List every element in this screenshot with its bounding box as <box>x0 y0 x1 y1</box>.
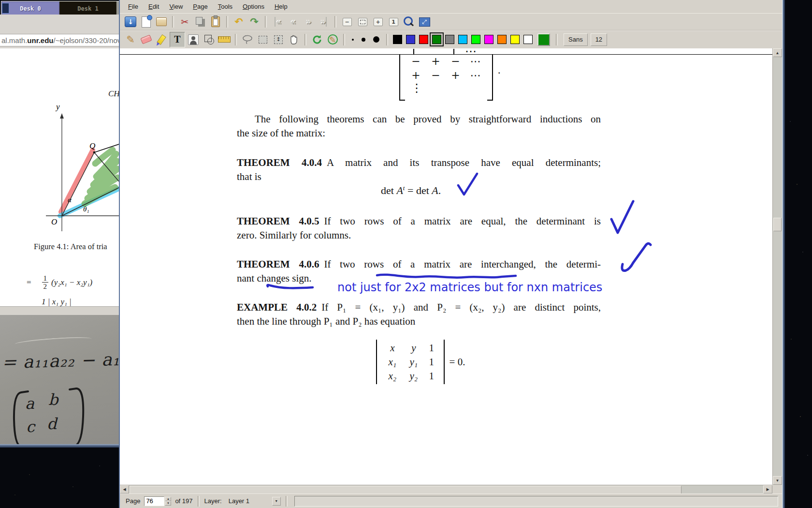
layer-combobox[interactable]: Layer 1 ▼ <box>226 496 281 506</box>
zoom-fit-button[interactable] <box>356 15 369 28</box>
matrix-entry-d: d <box>47 415 57 433</box>
color-swatch-orange[interactable] <box>497 35 507 44</box>
shape-recognizer-pen-button[interactable]: ✎ <box>325 32 340 47</box>
determinant-row: xy1 <box>382 341 439 355</box>
page-count-label: of 197 <box>175 497 192 505</box>
first-page-button[interactable]: « <box>271 15 284 28</box>
hand-tool-button[interactable] <box>287 32 301 47</box>
spinner-up-icon[interactable]: ▲ <box>165 497 171 501</box>
highlighter-tool-button[interactable] <box>154 32 169 47</box>
matrix-fragment-tick <box>413 49 414 54</box>
theorem-4-0-4-line-2: that is <box>237 170 601 184</box>
text-tool-button[interactable]: T <box>170 32 185 47</box>
pen-icon: ✎ <box>126 34 135 45</box>
rect-select-button[interactable] <box>256 32 270 47</box>
color-swatch-red[interactable] <box>419 35 428 44</box>
statusbar-separator <box>286 496 288 507</box>
undo-icon: ↶ <box>234 16 243 28</box>
font-name-button[interactable]: Sans <box>564 33 588 46</box>
font-size-button[interactable]: 12 <box>591 33 607 46</box>
menu-options[interactable]: Options <box>238 1 269 12</box>
pen-size-thick-button[interactable] <box>373 36 379 43</box>
pager-desk-0[interactable]: Desk 0 <box>1 1 59 15</box>
vertical-space-button[interactable]: ↕ <box>271 32 286 47</box>
zoom-in-button[interactable]: + <box>372 15 384 28</box>
color-chooser-button[interactable] <box>537 33 550 46</box>
paste-button[interactable] <box>209 15 222 28</box>
next-page-button[interactable]: » <box>302 15 315 28</box>
example-4-0-2-line-2: then the line through P₁ and P₂ has equa… <box>237 314 601 329</box>
formula-expression: (y₂x₁ − x₂y₁) <box>51 278 92 287</box>
new-page-button[interactable] <box>140 15 152 28</box>
menu-help[interactable]: Help <box>270 1 292 12</box>
eraser-tool-button[interactable] <box>139 32 153 47</box>
open-button[interactable] <box>155 15 168 28</box>
find-button[interactable] <box>403 15 415 28</box>
scroll-right-button[interactable]: ▶ <box>763 485 772 493</box>
page-spinner[interactable]: ▲ ▼ <box>165 497 171 506</box>
theorem-4-0-4-line-1: THEOREM 4.0.4A matrix and its transpose … <box>237 156 601 170</box>
save-button[interactable]: ↓ <box>124 15 137 28</box>
zoom-out-button[interactable]: − <box>341 15 353 28</box>
last-page-button[interactable]: » <box>318 15 330 28</box>
color-swatch-lightblue[interactable] <box>458 35 467 44</box>
color-swatch-blue[interactable] <box>406 35 415 44</box>
menu-view[interactable]: View <box>165 1 187 12</box>
image-tool-button[interactable] <box>186 32 201 47</box>
horizontal-scrollbar[interactable]: ◀ ▶ <box>120 485 772 494</box>
scroll-left-button[interactable]: ◀ <box>120 485 129 493</box>
photo-window: = a₁₁a₂₂ − a₁₂a a b c d <box>0 315 119 448</box>
copy-button[interactable] <box>194 15 206 28</box>
spinner-down-icon[interactable]: ▼ <box>165 501 171 506</box>
undo-button[interactable]: ↶ <box>232 15 245 28</box>
menu-file[interactable]: File <box>124 1 143 12</box>
example-4-0-2-head: EXAMPLE 4.0.2 <box>237 301 317 313</box>
pen-tool-button[interactable]: ✎ <box>123 32 138 47</box>
horizontal-scrollbar-thumb[interactable] <box>130 486 682 494</box>
matrix-entry-b: b <box>48 390 58 409</box>
document-canvas[interactable]: ⋯ −+−⋯ +−+⋯ ⋮ . The following theorems c… <box>120 48 772 485</box>
menu-page[interactable]: Page <box>188 1 212 12</box>
shapes-icon <box>204 35 212 42</box>
vertical-scrollbar-thumb[interactable] <box>773 218 782 231</box>
cut-button[interactable]: ✂ <box>178 15 191 28</box>
color-swatch-yellow[interactable] <box>510 35 520 44</box>
shape-recognizer-button[interactable] <box>202 32 216 47</box>
pen-size-medium-button[interactable] <box>362 38 365 42</box>
page-number-input[interactable] <box>144 496 164 506</box>
layer-value: Layer 1 <box>226 496 265 506</box>
label-Q: Q <box>89 141 95 150</box>
redo-button[interactable]: ↷ <box>248 15 261 28</box>
color-swatch-black[interactable] <box>393 35 402 44</box>
vertical-scrollbar[interactable]: ▲ ▼ <box>772 48 783 485</box>
url-bar[interactable]: al.math.unr.edu/~ejolson/330-20/nov <box>0 34 119 46</box>
color-swatch-white[interactable] <box>523 35 533 44</box>
ruler-tool-button[interactable] <box>217 32 232 47</box>
menu-edit[interactable]: Edit <box>144 1 163 12</box>
menu-tools[interactable]: Tools <box>214 1 237 12</box>
pen-size-fine-button[interactable] <box>352 39 354 41</box>
xournal-window: File Edit View Page Tools Options Help ↓… <box>120 0 785 508</box>
color-swatch-green[interactable] <box>432 35 441 44</box>
blue-checkmark-2 <box>609 199 636 235</box>
default-tool-button[interactable] <box>310 32 324 47</box>
theorem-4-0-6-line-1: THEOREM 4.0.6If two rows of a matrix are… <box>237 257 601 271</box>
fullscreen-button[interactable]: ⤢ <box>418 15 431 28</box>
color-swatch-magenta[interactable] <box>484 35 493 44</box>
theorem-4-0-5-line-1: THEOREM 4.0.5If two rows of a matrix are… <box>237 214 601 228</box>
left-arrow-icon: ◀ <box>123 487 126 492</box>
pager-desk-1[interactable]: Desk 1 <box>59 1 116 15</box>
combo-arrow-button[interactable]: ▼ <box>272 497 281 506</box>
previous-page-button[interactable]: « <box>287 15 299 28</box>
text-annotation[interactable]: not just for 2x2 matrices but for nxn ma… <box>337 281 602 294</box>
color-swatch-gray[interactable] <box>445 35 454 44</box>
color-swatch-lightgreen[interactable] <box>471 35 480 44</box>
lasso-select-button[interactable] <box>240 32 255 47</box>
label-theta1: θ₁ <box>83 205 89 213</box>
scroll-up-button[interactable]: ▲ <box>773 48 782 57</box>
zoom-100-button[interactable]: 1 <box>387 15 400 28</box>
y-axis-arrowhead <box>60 113 64 119</box>
image-icon <box>188 34 199 45</box>
toolbar-separator <box>235 34 237 45</box>
scroll-down-button[interactable]: ▼ <box>773 476 782 485</box>
